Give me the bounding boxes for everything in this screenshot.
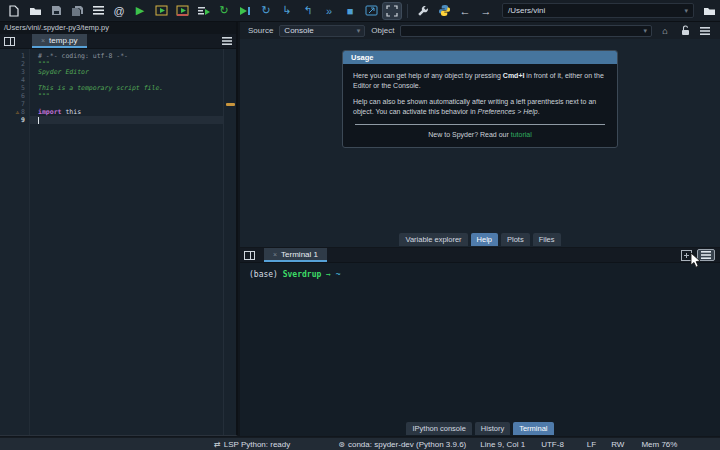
source-label: Source <box>248 26 273 35</box>
line-number: 7 <box>0 100 29 108</box>
run-cell-advance-icon[interactable] <box>172 2 192 20</box>
object-combobox[interactable]: ▾ <box>400 25 652 37</box>
prompt-host: Sverdrup <box>283 270 322 279</box>
working-directory-value: /Users/vini <box>508 6 545 15</box>
line-number: 1 <box>0 52 29 60</box>
tutorial-link[interactable]: tutorial <box>511 131 532 138</box>
run-selection-icon[interactable] <box>193 2 213 20</box>
terminal-output[interactable]: (base) Sverdrup → ~ <box>240 263 720 286</box>
source-combobox[interactable]: Console ▾ <box>279 25 365 37</box>
unlock-icon[interactable] <box>678 25 692 36</box>
preferences-wrench-icon[interactable] <box>413 2 433 20</box>
chevron-down-icon[interactable]: ▾ <box>684 7 688 15</box>
help-panel-tabs: Variable explorer Help Plots Files <box>240 232 720 247</box>
conda-env-status[interactable]: ⊛conda: spyder-dev (Python 3.9.6) <box>338 440 466 449</box>
line-number: 6 <box>0 92 29 100</box>
main-toolbar: @ ▶ ↻ ↻ ↳ ↰ » ■ ← → /Users/vini ▾ ↑ <box>0 0 720 22</box>
tab-history[interactable]: History <box>475 422 510 435</box>
tab-variable-explorer[interactable]: Variable explorer <box>399 233 467 246</box>
lsp-status: ⇄LSP Python: ready <box>214 440 290 449</box>
help-options-menu-icon[interactable] <box>698 27 712 35</box>
browse-tabs-icon[interactable] <box>0 34 18 48</box>
file-switcher-icon[interactable] <box>88 2 108 20</box>
usage-title: Usage <box>343 51 617 64</box>
help-panel: Source Console ▾ Object ▾ ⌂ Usage Here y… <box>240 22 720 247</box>
code-line <box>30 76 223 84</box>
tab-help[interactable]: Help <box>471 233 498 246</box>
line-number-gutter: 1 2 3 4 5 6 7 ⚠8 9 <box>0 49 30 435</box>
run-icon[interactable]: ▶ <box>130 2 150 20</box>
cursor-position-status: Line 9, Col 1 <box>480 440 525 449</box>
terminal-panel: × Terminal 1 (base) Sverdrup → ~ IPython… <box>240 248 720 436</box>
line-number-current: 9 <box>0 116 29 124</box>
usage-paragraph-1: Here you can get help of any object by p… <box>353 71 607 91</box>
run-cell-icon[interactable] <box>151 2 171 20</box>
usage-body: Here you can get help of any object by p… <box>343 64 617 147</box>
permissions-status: RW <box>611 440 624 449</box>
help-header: Source Console ▾ Object ▾ ⌂ <box>240 22 720 39</box>
python-env-icon[interactable] <box>434 2 454 20</box>
editor-file-path: /Users/vini/.spyder-py3/temp.py <box>0 22 236 34</box>
warning-flag-marker[interactable] <box>226 103 235 106</box>
code-line: This is a temporary script file. <box>30 84 223 92</box>
status-bar: ⇄LSP Python: ready ⊛conda: spyder-dev (P… <box>0 437 720 450</box>
toolbar-separator <box>407 4 408 18</box>
usage-paragraph-2: Help can also be shown automatically aft… <box>353 97 607 117</box>
debug-icon[interactable]: ↻ <box>256 2 276 20</box>
browse-working-directory-icon[interactable] <box>699 2 719 20</box>
home-icon[interactable]: ⌂ <box>658 26 672 36</box>
editor-panel: /Users/vini/.spyder-py3/temp.py × temp.p… <box>0 22 238 436</box>
tab-terminal-1[interactable]: × Terminal 1 <box>264 248 327 262</box>
browse-tabs-icon[interactable] <box>240 248 258 262</box>
back-icon[interactable]: ← <box>455 2 475 20</box>
editor-options-menu-icon[interactable] <box>218 34 236 48</box>
tab-label: temp.py <box>49 36 77 45</box>
save-icon[interactable] <box>46 2 66 20</box>
save-all-icon[interactable] <box>67 2 87 20</box>
external-window-icon[interactable] <box>361 2 381 20</box>
code-line: Spyder Editor <box>30 68 223 76</box>
step-into-icon[interactable]: ↳ <box>277 2 297 20</box>
editor-scrollbar[interactable] <box>223 49 236 435</box>
code-line: # -*- coding: utf-8 -*- <box>30 52 223 60</box>
line-number: 4 <box>0 76 29 84</box>
close-icon[interactable]: × <box>41 37 45 44</box>
open-file-icon[interactable] <box>25 2 45 20</box>
code-line: """ <box>30 60 223 68</box>
rerun-cell-icon[interactable]: ↻ <box>214 2 234 20</box>
memory-status: Mem 76% <box>641 440 677 449</box>
usage-box: Usage Here you can get help of any objec… <box>342 50 618 148</box>
close-icon[interactable]: × <box>273 251 277 258</box>
code-line <box>30 100 223 108</box>
step-out-icon[interactable]: ↰ <box>298 2 318 20</box>
new-file-icon[interactable] <box>4 2 24 20</box>
working-directory-combobox[interactable]: /Users/vini ▾ <box>502 3 694 18</box>
continue-icon[interactable]: » <box>319 2 339 20</box>
mouse-cursor <box>690 252 702 270</box>
code-line: """ <box>30 92 223 100</box>
run-until-icon[interactable] <box>235 2 255 20</box>
tab-files[interactable]: Files <box>533 233 561 246</box>
tab-ipython-console[interactable]: IPython console <box>406 422 471 435</box>
tab-plots[interactable]: Plots <box>501 233 530 246</box>
symbol-finder-icon[interactable]: @ <box>109 2 129 20</box>
maximize-pane-icon[interactable] <box>382 2 402 20</box>
code-editor[interactable]: 1 2 3 4 5 6 7 ⚠8 9 # -*- coding: utf-8 -… <box>0 49 236 435</box>
warning-icon[interactable]: ⚠ <box>15 109 19 115</box>
conda-icon: ⊛ <box>338 440 345 449</box>
chevron-down-icon[interactable]: ▾ <box>643 27 647 35</box>
encoding-status: UTF-8 <box>541 440 564 449</box>
console-panel-tabs: IPython console History Terminal <box>240 421 720 436</box>
line-number: 2 <box>0 60 29 68</box>
chevron-down-icon[interactable]: ▾ <box>357 27 361 35</box>
code-lines[interactable]: # -*- coding: utf-8 -*- """ Spyder Edito… <box>30 49 223 435</box>
forward-icon[interactable]: → <box>476 2 496 20</box>
stop-icon[interactable]: ■ <box>340 2 360 20</box>
tab-terminal[interactable]: Terminal <box>513 422 553 435</box>
lsp-icon: ⇄ <box>214 440 221 449</box>
line-number: 5 <box>0 84 29 92</box>
prompt-path: ~ <box>336 270 341 279</box>
tab-temp-py[interactable]: × temp.py <box>32 34 87 48</box>
line-number: 3 <box>0 68 29 76</box>
eol-status: LF <box>587 440 596 449</box>
